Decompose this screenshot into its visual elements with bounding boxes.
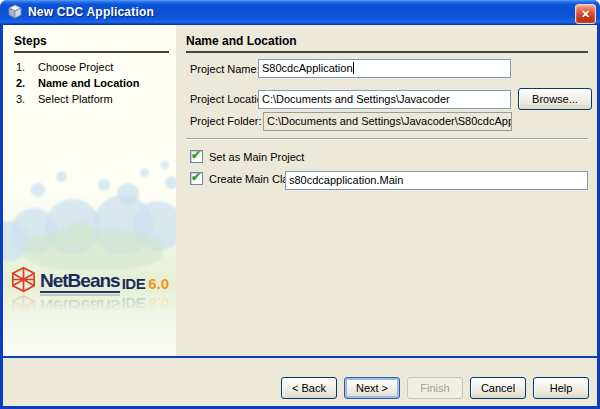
checkmark-icon: ✔ xyxy=(191,169,201,185)
cancel-button[interactable]: Cancel xyxy=(470,377,526,399)
project-location-input[interactable]: C:\Documents and Settings\Javacoder xyxy=(258,90,511,109)
form-separator xyxy=(186,138,588,140)
browse-button[interactable]: Browse... xyxy=(518,88,592,110)
finish-button: Finish xyxy=(407,377,463,399)
set-main-project-row: ✔ Set as Main Project xyxy=(190,150,304,163)
dialog-footer: < Back Next > Finish Cancel Help xyxy=(3,358,597,406)
project-folder-label: Project Folder: xyxy=(190,115,262,127)
netbeans-logo-reflection: NetBeans IDE 6.0 xyxy=(10,294,176,321)
back-button[interactable]: < Back xyxy=(281,377,337,399)
window-cube-icon xyxy=(7,4,23,20)
new-cdc-application-dialog: New CDC Application ✕ Steps 1. Choose Pr… xyxy=(0,0,600,409)
brand-version: 6.0 xyxy=(148,275,169,293)
netbeans-cube-icon-reflection xyxy=(10,294,37,321)
footer-button-row: < Back Next > Finish Cancel Help xyxy=(281,377,589,399)
project-name-input[interactable]: S80cdcApplication xyxy=(258,59,511,78)
help-button[interactable]: Help xyxy=(533,377,589,399)
main-class-input[interactable]: s80cdcapplication.Main xyxy=(285,171,588,190)
netbeans-logo: NetBeans IDE 6.0 NetBeans IDE 6.0 xyxy=(10,266,176,321)
project-folder-readonly-field: C:\Documents and Settings\Javacoder\S80c… xyxy=(263,112,512,131)
step-item-select-platform: 3. Select Platform xyxy=(16,92,172,108)
steps-list: 1. Choose Project 2. Name and Location 3… xyxy=(16,60,172,108)
close-icon[interactable]: ✕ xyxy=(575,4,596,24)
set-main-project-checkbox[interactable]: ✔ xyxy=(190,150,203,163)
steps-panel: Steps 1. Choose Project 2. Name and Loca… xyxy=(3,25,176,356)
brand-name: NetBeans xyxy=(40,271,120,293)
steps-heading: Steps xyxy=(14,34,169,53)
step-item-name-and-location: 2. Name and Location xyxy=(16,76,172,92)
name-and-location-panel: Name and Location Project Name: S80cdcAp… xyxy=(176,25,597,356)
brand-ide: IDE xyxy=(122,275,146,293)
create-main-class-row: ✔ Create Main Class xyxy=(190,172,299,185)
window-title: New CDC Application xyxy=(28,0,154,25)
text-caret xyxy=(353,62,354,74)
project-name-label: Project Name: xyxy=(190,63,260,75)
create-main-class-checkbox[interactable]: ✔ xyxy=(190,172,203,185)
title-bar[interactable]: New CDC Application ✕ xyxy=(0,0,600,25)
set-main-project-label: Set as Main Project xyxy=(209,151,304,163)
next-button[interactable]: Next > xyxy=(344,377,400,399)
netbeans-cube-icon xyxy=(10,266,37,293)
checkmark-icon: ✔ xyxy=(191,147,201,163)
step-item-choose-project: 1. Choose Project xyxy=(16,60,172,76)
content-heading: Name and Location xyxy=(186,34,588,53)
